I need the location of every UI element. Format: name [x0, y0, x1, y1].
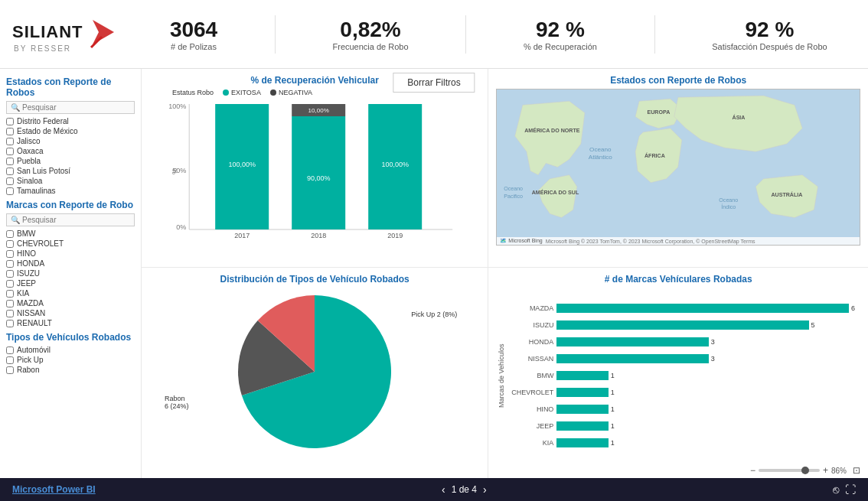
list-item[interactable]: Estado de México [6, 127, 135, 135]
kpi-divider-2 [465, 15, 466, 54]
list-item[interactable]: Puebla [6, 157, 135, 165]
checkbox-renault[interactable] [6, 320, 14, 327]
checkbox-distrito[interactable] [6, 118, 14, 125]
map-svg: Oceano Atlântico Oceano Pacifico Oceano … [497, 89, 860, 245]
svg-text:90,00%: 90,00% [307, 174, 331, 182]
list-item[interactable]: BMW [6, 229, 135, 238]
svg-text:AUSTRÁLIA: AUSTRÁLIA [772, 191, 803, 198]
hbar-bars-col: 6 5 3 3 [556, 288, 860, 464]
next-page-button[interactable]: › [483, 483, 487, 496]
checkbox-jeep[interactable] [6, 280, 14, 288]
share-icon[interactable]: ⎋ [833, 483, 839, 496]
main-content: Estados con Reporte de Robos 🔍 Distrito … [0, 69, 868, 478]
list-item[interactable]: MAZDA [6, 299, 135, 307]
sidebar-search-marcas[interactable]: 🔍 [6, 213, 135, 226]
hbar-label-item: KIA [507, 434, 556, 451]
pie-chart-panel: Distribución de Tipos de Vehículo Robado… [142, 268, 488, 478]
checkbox-jalisco[interactable] [6, 138, 14, 145]
prev-page-button[interactable]: ‹ [442, 483, 445, 496]
sidebar-section-tipos-title: Tipos de Vehículos Robados [6, 332, 135, 343]
checkbox-mazda[interactable] [6, 300, 14, 307]
checkbox-chevrolet[interactable] [6, 240, 14, 248]
search-estados-input[interactable] [22, 103, 130, 112]
list-item[interactable]: RENAULT [6, 319, 135, 327]
list-item[interactable]: Pick Up [6, 356, 135, 364]
hbar-label-item: BMW [507, 367, 556, 384]
list-item[interactable]: JEEP [6, 279, 135, 288]
map-panel: Estados con Reporte de Robos [488, 69, 868, 267]
list-item[interactable]: Automóvil [6, 346, 135, 354]
legend-negativa: NEGATIVA [270, 89, 312, 96]
list-item[interactable]: Distrito Federal [6, 117, 135, 125]
svg-text:Atlântico: Atlântico [589, 154, 613, 161]
svg-text:Oceano: Oceano [589, 146, 612, 153]
kpi-recuperacion-value: 92 % [524, 18, 597, 42]
svg-text:Oceano: Oceano [720, 197, 739, 203]
hbar-label-item: JEEP [507, 418, 556, 434]
checkbox-estado-mexico[interactable] [6, 128, 14, 135]
list-item[interactable]: Jalisco [6, 137, 135, 145]
fit-view-icon[interactable]: ⊡ [853, 465, 860, 476]
search-marcas-input[interactable] [22, 216, 130, 224]
list-item[interactable]: KIA [6, 289, 135, 298]
checkbox-rabon[interactable] [6, 366, 14, 374]
hbar-bar-row: 1 [556, 434, 860, 451]
sidebar-section-marcas-title: Marcas con Reporte de Robo [6, 200, 135, 210]
kpi-satisfaccion: 92 % Satisfacción Después de Robo [712, 18, 827, 51]
checkbox-honda[interactable] [6, 260, 14, 268]
map-title: Estados con Reporte de Robos [496, 75, 860, 86]
checkbox-oaxaca[interactable] [6, 148, 14, 155]
checkbox-hino[interactable] [6, 250, 14, 258]
list-item[interactable]: HONDA [6, 259, 135, 268]
hbar-labels-col: MAZDA ISUZU HONDA NISSAN BMW CHEVROLET H… [507, 288, 556, 464]
pie-chart-title: Distribución de Tipos de Vehículo Robado… [149, 274, 480, 285]
list-item[interactable]: Sinaloa [6, 177, 135, 185]
checkbox-sanluis[interactable] [6, 168, 14, 175]
marcas-list: BMW CHEVROLET HINO HONDA ISUZU JEEP KIA … [6, 229, 135, 327]
checkbox-sinaloa[interactable] [6, 177, 14, 185]
list-item[interactable]: Tamaulinas [6, 187, 135, 195]
map-container[interactable]: Oceano Atlântico Oceano Pacifico Oceano … [496, 89, 860, 246]
checkbox-kia[interactable] [6, 290, 14, 298]
sidebar-search-estados[interactable]: 🔍 [6, 101, 135, 114]
svg-rect-12 [292, 116, 345, 229]
list-item[interactable]: San Luis Potosí [6, 167, 135, 175]
hbar-bar-row: 1 [556, 384, 860, 401]
kpi-recuperacion-label: % de Recuperación [524, 42, 597, 51]
list-item[interactable]: NISSAN [6, 309, 135, 317]
list-item[interactable]: Rabon [6, 366, 135, 374]
top-row: % de Recuperación Vehicular Estatus Robo… [142, 69, 868, 268]
list-item[interactable]: ISUZU [6, 269, 135, 278]
zoom-slider-track[interactable] [759, 469, 820, 472]
zoom-plus[interactable]: + [823, 465, 828, 476]
page-indicator: 1 de 4 [452, 484, 477, 495]
recovery-chart-panel: % de Recuperación Vehicular Estatus Robo… [142, 69, 488, 267]
hbar-label-item: HINO [507, 401, 556, 418]
checkbox-pickup[interactable] [6, 356, 14, 364]
checkbox-isuzu[interactable] [6, 270, 14, 278]
legend-label: Estatus Robo [172, 89, 214, 96]
kpi-recuperacion: 92 % % de Recuperación [524, 18, 597, 51]
list-item[interactable]: HINO [6, 249, 135, 258]
checkbox-bmw[interactable] [6, 230, 14, 238]
kpi-polizas-value: 3064 [170, 18, 217, 42]
list-item[interactable]: CHEVROLET [6, 239, 135, 248]
logo-area: SILIANT BY RESSER [12, 15, 119, 53]
clear-filters-button[interactable]: Borrar Filtros [393, 73, 475, 93]
hbar-bar-row: 1 [556, 367, 860, 384]
svg-text:2018: 2018 [311, 232, 326, 239]
footer-brand[interactable]: Microsoft Power BI [12, 484, 96, 495]
checkbox-automovil[interactable] [6, 346, 14, 354]
checkbox-puebla[interactable] [6, 158, 14, 165]
fullscreen-icon[interactable]: ⛶ [845, 483, 856, 496]
footer: Microsoft Power BI ‹ 1 de 4 › ⎋ ⛶ [0, 478, 868, 501]
content-area: % de Recuperación Vehicular Estatus Robo… [142, 69, 868, 478]
checkbox-tamaulinas[interactable] [6, 187, 14, 195]
kpi-robo: 0,82% Frecuencia de Robo [333, 18, 409, 51]
zoom-minus[interactable]: − [750, 465, 755, 476]
search-icon-marcas: 🔍 [11, 216, 20, 224]
hbar-label-item: CHEVROLET [507, 384, 556, 401]
map-attribution: 🗺️ Microsoft Bing Microsoft Bing © 2023 … [497, 237, 860, 245]
list-item[interactable]: Oaxaca [6, 147, 135, 155]
checkbox-nissan[interactable] [6, 310, 14, 317]
